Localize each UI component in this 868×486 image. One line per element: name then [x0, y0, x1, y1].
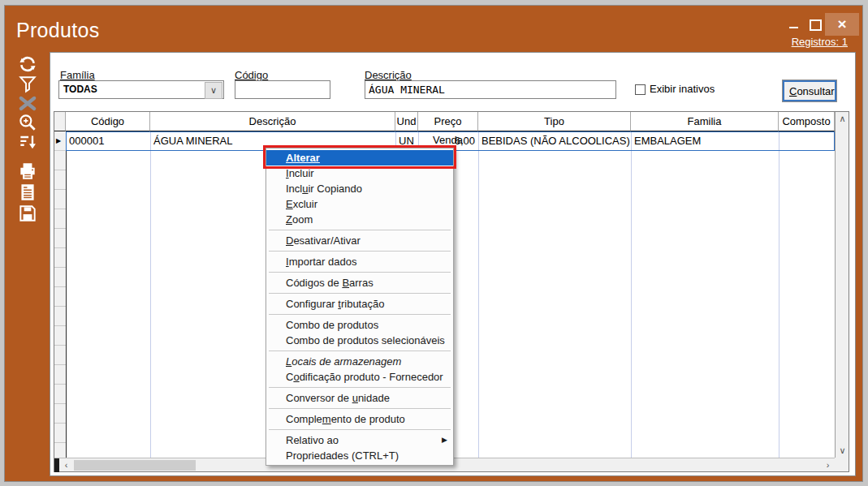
column-header-descricao[interactable]: Descrição: [150, 112, 395, 131]
menu-separator: [266, 312, 453, 317]
descricao-input[interactable]: [365, 80, 616, 99]
codigo-input[interactable]: [235, 80, 330, 99]
menu-item-combo-de-produtos-selecionaveis[interactable]: Combo de produtos selecionáveis: [266, 333, 453, 348]
app-window: Produtos × Registros: 1 Família TODAS ∨ …: [5, 6, 862, 481]
column-header-familia[interactable]: Familia: [631, 112, 779, 131]
menu-item-locais-de-armazenagem[interactable]: Locais de armazenagem: [266, 354, 453, 369]
zoom-icon[interactable]: [17, 112, 38, 133]
menu-separator: [266, 269, 453, 275]
row-indicator-icon: ▶: [54, 131, 66, 151]
familia-label: Família: [60, 69, 95, 81]
column-header-und[interactable]: Und: [395, 112, 418, 131]
row-indicator-column: [54, 151, 66, 458]
context-menu: AlterarIncluirIncluir CopiandoExcluirZoo…: [266, 148, 454, 466]
menu-separator: [266, 406, 453, 411]
column-header-codigo[interactable]: Código: [66, 112, 150, 131]
horizontal-scrollbar-thumb[interactable]: [74, 460, 196, 471]
menu-item-relativo-ao[interactable]: Relativo ao▶: [266, 432, 453, 448]
registros-link[interactable]: Registros: 1: [792, 36, 848, 48]
menu-separator: [266, 248, 453, 254]
close-button[interactable]: ×: [825, 13, 859, 36]
grid-column-line: [779, 131, 779, 458]
menu-separator: [266, 290, 453, 296]
filter-icon[interactable]: [17, 74, 38, 95]
menu-item-importar-dados[interactable]: Importar dados: [266, 254, 453, 269]
grid-column-line: [478, 131, 479, 458]
grid-column-line: [631, 131, 632, 458]
menu-item-alterar[interactable]: Alterar: [266, 150, 453, 166]
menu-item-incluir-copiando[interactable]: Incluir Copiando: [266, 181, 453, 196]
menu-item-zoom[interactable]: Zoom: [266, 212, 453, 227]
codigo-label: Código: [235, 69, 268, 81]
row-indicator-header: [54, 112, 66, 131]
exibir-inativos-label: Exibir inativos: [650, 83, 715, 95]
menu-separator: [266, 227, 453, 233]
refresh-icon[interactable]: [17, 54, 38, 75]
report-icon[interactable]: [17, 182, 38, 203]
scrollbar-corner: [835, 458, 849, 471]
column-header-preco-venda[interactable]: Preço Venda: [418, 112, 478, 131]
scroll-right-arrow-icon[interactable]: ›: [821, 458, 835, 472]
menu-separator: [266, 427, 453, 432]
familia-combobox-value: TODAS: [63, 84, 97, 95]
screen: Produtos × Registros: 1 Família TODAS ∨ …: [0, 0, 868, 486]
menu-item-incluir[interactable]: Incluir: [266, 166, 453, 181]
exibir-inativos-checkbox[interactable]: [635, 84, 646, 95]
familia-combobox[interactable]: TODAS ∨: [58, 80, 224, 99]
minimize-button[interactable]: [783, 15, 804, 35]
maximize-button[interactable]: [804, 15, 827, 35]
column-header-tipo[interactable]: Tipo: [478, 112, 631, 131]
print-icon[interactable]: [17, 161, 38, 182]
consultar-button[interactable]: Consultar: [783, 80, 836, 101]
grid-column-line: [150, 131, 151, 458]
row-cell-familia[interactable]: EMBALAGEM: [631, 131, 779, 151]
menu-item-codigos-de-barras[interactable]: Códigos de Barras: [266, 275, 453, 290]
chevron-down-icon[interactable]: ∨: [205, 82, 222, 99]
vertical-scrollbar[interactable]: ∧ ∨: [835, 112, 849, 458]
descricao-label: Descrição: [365, 69, 412, 81]
column-header-composto[interactable]: Composto: [779, 112, 835, 131]
menu-item-combo-de-produtos[interactable]: Combo de produtos: [266, 317, 453, 333]
menu-separator: [266, 385, 453, 390]
grid-column-line: [66, 131, 67, 458]
row-cell-tipo[interactable]: BEBIDAS (NÃO ALCOOLICAS): [478, 131, 631, 151]
window-title: Produtos: [16, 19, 99, 42]
row-cell-codigo[interactable]: 000001: [66, 131, 150, 151]
scroll-down-arrow-icon[interactable]: ∨: [836, 444, 849, 458]
menu-separator: [266, 348, 453, 354]
scroll-up-arrow-icon[interactable]: ∧: [836, 112, 849, 126]
menu-item-desativar-ativar[interactable]: Desativar/Ativar: [266, 233, 453, 248]
minimize-icon: [789, 27, 798, 28]
menu-item-codificacao-produto-fornecedor[interactable]: Codificação produto - Fornecedor: [266, 369, 453, 385]
sort-icon[interactable]: [17, 131, 38, 153]
maximize-icon: [810, 19, 822, 31]
menu-item-conversor-de-unidade[interactable]: Conversor de unidade: [266, 390, 453, 406]
save-icon[interactable]: [17, 203, 38, 224]
scroll-left-arrow-icon[interactable]: ‹: [59, 458, 73, 472]
menu-item-complemento-de-produto[interactable]: Complemento de produto: [266, 411, 453, 427]
submenu-arrow-icon: ▶: [442, 432, 447, 448]
menu-item-propriedades-ctrl-t[interactable]: Propriedades (CTRL+T): [266, 448, 453, 463]
menu-item-configurar-tributacao[interactable]: Configurar tributação: [266, 296, 453, 312]
row-cell-composto[interactable]: [779, 131, 835, 151]
menu-item-excluir[interactable]: Excluir: [266, 196, 453, 212]
